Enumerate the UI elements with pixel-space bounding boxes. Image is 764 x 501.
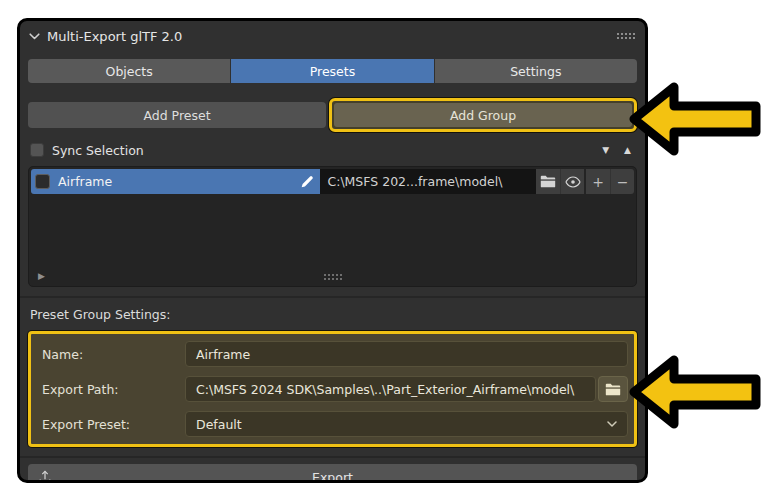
export-section: Export — [20, 456, 645, 483]
list-item-checkbox[interactable] — [35, 174, 50, 189]
settings-heading: Preset Group Settings: — [30, 307, 635, 322]
export-preset-field-label: Export Preset: — [37, 417, 185, 432]
sync-selection-row: Sync Selection ▼ ▲ — [30, 140, 635, 160]
path-tools-group — [536, 169, 584, 194]
preset-group-list: Airframe C:\MSFS 202...frame\model\ + − … — [28, 166, 637, 287]
export-path-input[interactable]: C:\MSFS 2024 SDK\Samples\..\Part_Exterio… — [185, 376, 596, 402]
tab-settings[interactable]: Settings — [435, 59, 637, 83]
remove-item-button[interactable]: − — [610, 169, 634, 194]
eye-icon[interactable] — [560, 169, 584, 194]
folder-icon[interactable] — [536, 169, 560, 194]
list-item-airframe[interactable]: Airframe C:\MSFS 202...frame\model\ + − — [31, 169, 634, 194]
name-field-label: Name: — [37, 347, 185, 362]
chevron-down-icon — [607, 421, 617, 427]
add-buttons-row: Add Preset Add Group — [28, 98, 637, 132]
list-item-name: Airframe — [58, 174, 112, 189]
export-upload-icon — [37, 469, 53, 483]
multi-export-panel: Multi-Export glTF 2.0 Objects Presets Se… — [17, 18, 648, 483]
export-path-field-row: Export Path: C:\MSFS 2024 SDK\Samples\..… — [37, 376, 628, 402]
add-group-button[interactable]: Add Group — [334, 103, 632, 127]
preset-group-settings-section: Preset Group Settings: Name: Airframe Ex… — [20, 296, 645, 447]
tab-presets[interactable]: Presets — [231, 59, 433, 83]
panel-header[interactable]: Multi-Export glTF 2.0 — [20, 21, 645, 49]
move-down-icon[interactable]: ▼ — [602, 145, 609, 155]
export-path-field-label: Export Path: — [37, 382, 185, 397]
export-button-label: Export — [312, 470, 353, 484]
export-preset-dropdown[interactable]: Default — [185, 411, 628, 437]
name-field-row: Name: Airframe — [37, 341, 628, 367]
rename-pencil-icon[interactable] — [300, 175, 314, 189]
panel-title: Multi-Export glTF 2.0 — [47, 29, 182, 44]
list-expand-icon[interactable]: ▶ — [38, 271, 45, 281]
annotation-arrow-add-group — [628, 78, 762, 160]
tab-objects[interactable]: Objects — [28, 59, 230, 83]
export-preset-value: Default — [196, 417, 242, 432]
tab-bar: Objects Presets Settings — [28, 59, 637, 83]
list-item-selected-area[interactable]: Airframe — [31, 169, 320, 194]
annotation-arrow-export-path — [628, 351, 762, 433]
sync-selection-label: Sync Selection — [52, 143, 144, 158]
export-button[interactable]: Export — [28, 464, 637, 483]
list-resize-grip-icon[interactable] — [324, 274, 342, 280]
name-input[interactable]: Airframe — [185, 341, 628, 367]
drag-grip-icon[interactable] — [617, 33, 635, 39]
chevron-down-icon[interactable] — [29, 33, 40, 40]
add-group-highlight-box: Add Group — [329, 98, 637, 132]
folder-icon — [605, 383, 621, 396]
sync-selection-checkbox[interactable] — [30, 143, 44, 157]
export-preset-field-row: Export Preset: Default — [37, 411, 628, 437]
settings-highlight-box: Name: Airframe Export Path: C:\MSFS 2024… — [28, 331, 637, 447]
add-preset-button[interactable]: Add Preset — [28, 102, 326, 128]
add-item-button[interactable]: + — [586, 169, 610, 194]
add-remove-group: + − — [586, 169, 634, 194]
list-item-path[interactable]: C:\MSFS 202...frame\model\ — [320, 169, 536, 194]
browse-folder-button[interactable] — [598, 376, 628, 402]
